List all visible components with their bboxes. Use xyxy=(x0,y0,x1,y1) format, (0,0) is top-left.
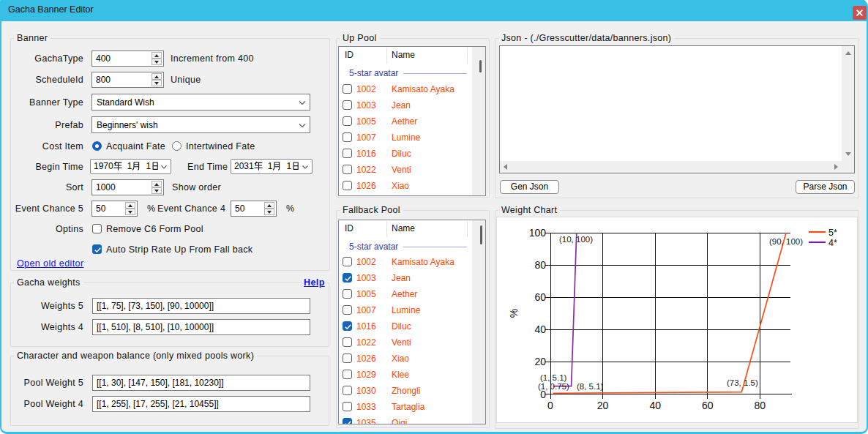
svg-text:(90, 100): (90, 100) xyxy=(769,237,803,246)
svg-text:20: 20 xyxy=(597,400,609,411)
svg-text:0: 0 xyxy=(547,400,553,411)
svg-text:(8, 5.1): (8, 5.1) xyxy=(577,382,604,391)
svg-text:%: % xyxy=(508,309,520,318)
svg-text:(1, 5.1): (1, 5.1) xyxy=(540,373,567,382)
svg-text:4*: 4* xyxy=(828,238,837,248)
svg-text:60: 60 xyxy=(534,291,546,303)
svg-text:60: 60 xyxy=(702,400,714,411)
svg-text:40: 40 xyxy=(534,323,546,335)
svg-text:80: 80 xyxy=(755,400,766,411)
svg-text:(10, 100): (10, 100) xyxy=(559,235,593,244)
svg-text:40: 40 xyxy=(649,400,661,411)
svg-text:(1, 0.75): (1, 0.75) xyxy=(538,382,569,391)
svg-text:20: 20 xyxy=(534,356,546,367)
svg-text:80: 80 xyxy=(534,259,546,271)
svg-text:5*: 5* xyxy=(828,228,837,238)
svg-text:100: 100 xyxy=(529,227,547,239)
svg-text:(73, 1.5): (73, 1.5) xyxy=(727,378,758,387)
